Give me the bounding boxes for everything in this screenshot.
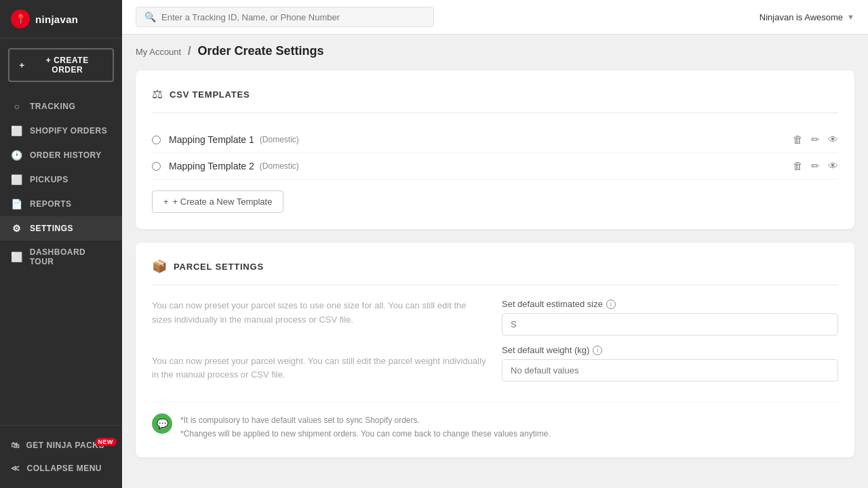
template-2-name: Mapping Template 2 (169, 161, 254, 171)
size-field-wrapper: Set default estimated size i Size is cal… (502, 299, 838, 345)
sidebar: 📍 ninjavan ＋ + CREATE ORDER ○ TRACKING ⬜… (0, 0, 122, 488)
breadcrumb-current: Order Create Settings (197, 44, 323, 58)
parcel-settings-header: 📦 PARCEL SETTINGS (152, 259, 838, 285)
template-1-type: (Domestic) (260, 135, 299, 144)
parcel-notes: *It is compulsory to have default values… (180, 413, 551, 441)
create-template-button[interactable]: + + Create a New Template (152, 190, 283, 213)
ninja-packs-icon: 🛍 (11, 441, 20, 450)
sidebar-item-shopify-orders[interactable]: ⬜ SHOPIFY ORDERS (0, 119, 122, 143)
logo-icon: 📍 (11, 9, 30, 28)
view-template-1-icon[interactable]: 👁 (828, 134, 838, 146)
template-1-actions: 🗑 ✏ 👁 (793, 134, 838, 146)
weight-description: You can now preset your parcel weight. Y… (152, 354, 488, 383)
sidebar-item-settings[interactable]: ⚙ SETTINGS (0, 216, 122, 241)
parcel-section-title: PARCEL SETTINGS (174, 262, 264, 272)
dashboard-icon: ⬜ (11, 251, 23, 262)
sidebar-bottom: 🛍 GET NINJA PACKS NEW ≪ COLLAPSE MENU (0, 425, 122, 488)
parcel-info-footer: 💬 *It is compulsory to have default valu… (152, 402, 838, 441)
search-bar[interactable]: 🔍 (136, 7, 434, 27)
view-template-2-icon[interactable]: 👁 (828, 160, 838, 172)
search-icon: 🔍 (144, 12, 156, 22)
sidebar-item-reports[interactable]: 📄 REPORTS (0, 192, 122, 216)
csv-icon: ⚖ (152, 87, 163, 102)
sidebar-nav: ○ TRACKING ⬜ SHOPIFY ORDERS 🕐 ORDER HIST… (0, 92, 122, 425)
plus-icon: + (163, 197, 169, 207)
pickups-icon: ⬜ (11, 174, 23, 185)
size-info-icon[interactable]: i (606, 300, 616, 309)
history-icon: 🕐 (11, 150, 23, 161)
weight-info-icon[interactable]: i (593, 346, 602, 355)
csv-section-title: CSV TEMPLATES (170, 89, 250, 100)
sidebar-item-pickups[interactable]: ⬜ PICKUPS (0, 167, 122, 192)
template-1-name: Mapping Template 1 (169, 134, 254, 145)
username-label: Ninjavan is Awesome (760, 12, 843, 22)
size-input[interactable] (502, 313, 838, 336)
create-order-icon: ＋ (18, 60, 26, 71)
breadcrumb: My Account / Order Create Settings (122, 35, 868, 64)
reports-icon: 📄 (11, 199, 23, 209)
weight-input[interactable] (502, 359, 838, 382)
settings-icon: ⚙ (11, 223, 23, 234)
template-2-radio[interactable] (152, 162, 161, 171)
get-ninja-packs-button[interactable]: 🛍 GET NINJA PACKS NEW (0, 434, 122, 457)
logo: 📍 ninjavan (0, 0, 122, 39)
template-2-type: (Domestic) (260, 161, 299, 171)
template-2-actions: 🗑 ✏ 👁 (793, 160, 838, 172)
page-content: ⚖ CSV TEMPLATES Mapping Template 1 (Dome… (122, 64, 868, 488)
csv-templates-card: ⚖ CSV TEMPLATES Mapping Template 1 (Dome… (136, 70, 854, 229)
edit-template-1-icon[interactable]: ✏ (811, 134, 820, 146)
template-1-radio[interactable] (152, 136, 161, 144)
size-description: You can now preset your parcel sizes to … (152, 299, 488, 327)
sidebar-item-tracking[interactable]: ○ TRACKING (0, 94, 122, 119)
info-chat-icon: 💬 (152, 413, 172, 434)
main-content: 🔍 Ninjavan is Awesome ▼ My Account / Ord… (122, 0, 868, 488)
parcel-descriptions: You can now preset your parcel sizes to … (152, 299, 488, 382)
collapse-icon: ≪ (11, 464, 20, 473)
delete-template-1-icon[interactable]: 🗑 (793, 134, 803, 146)
shopify-icon: ⬜ (11, 125, 23, 136)
table-row: Mapping Template 2 (Domestic) 🗑 ✏ 👁 (152, 153, 838, 180)
topbar: 🔍 Ninjavan is Awesome ▼ (122, 0, 868, 35)
logo-text: ninjavan (35, 14, 78, 25)
table-row: Mapping Template 1 (Domestic) 🗑 ✏ 👁 (152, 127, 838, 153)
collapse-menu-button[interactable]: ≪ COLLAPSE MENU (0, 457, 122, 480)
search-input[interactable] (161, 12, 425, 22)
parcel-settings-card: 📦 PARCEL SETTINGS You can now preset you… (136, 243, 854, 458)
parcel-grid: You can now preset your parcel sizes to … (152, 299, 838, 391)
parcel-fields: Set default estimated size i Size is cal… (502, 299, 838, 391)
chevron-down-icon: ▼ (847, 13, 854, 21)
sidebar-item-order-history[interactable]: 🕐 ORDER HISTORY (0, 143, 122, 167)
new-badge: NEW (95, 438, 117, 446)
parcel-icon: 📦 (152, 259, 167, 274)
csv-templates-header: ⚖ CSV TEMPLATES (152, 87, 838, 113)
size-label: Set default estimated size i (502, 299, 838, 309)
user-menu[interactable]: Ninjavan is Awesome ▼ (760, 12, 854, 22)
weight-label: Set default weight (kg) i (502, 345, 838, 355)
breadcrumb-parent[interactable]: My Account (136, 47, 181, 57)
sidebar-item-dashboard-tour[interactable]: ⬜ DASHBOARD TOUR (0, 241, 122, 273)
tracking-icon: ○ (11, 101, 23, 112)
create-order-button[interactable]: ＋ + CREATE ORDER (8, 48, 114, 82)
delete-template-2-icon[interactable]: 🗑 (793, 160, 803, 172)
weight-field-wrapper: Set default weight (kg) i (502, 345, 838, 391)
edit-template-2-icon[interactable]: ✏ (811, 160, 820, 172)
